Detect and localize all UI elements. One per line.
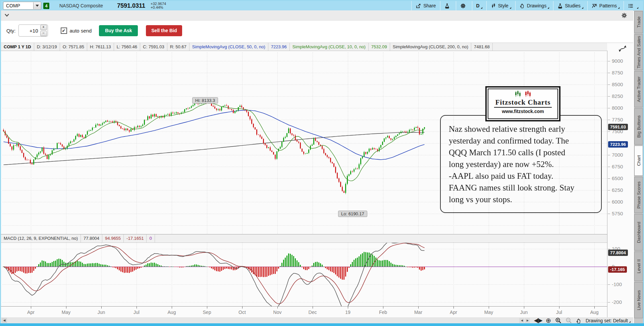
watchlist-link-badge[interactable]: 4 [43, 3, 49, 9]
drawings-button[interactable]: Drawings [515, 1, 553, 10]
time-axis-tick [418, 307, 419, 309]
window-border-bottom [0, 323, 644, 326]
price-axis-tick [608, 108, 610, 108]
time-axis[interactable]: AprMayJunJulAugSepOctNovDec19FebMarAprMa… [1, 306, 607, 318]
crosshair-icon[interactable]: ⊕ [546, 317, 551, 324]
qty-decrement-button[interactable]: − [40, 31, 47, 36]
time-axis-label: May [479, 310, 499, 315]
fitzstock-logo-box: Fitzstock Charts www.fitzstock.com [485, 86, 560, 121]
trading-platform-window: COMP 4 NASDAQ Composite 7591.0311 +32.96… [0, 0, 644, 326]
sma10-study-label[interactable]: SimpleMovingAvg (CLOSE, 10, 0, no) [290, 43, 369, 51]
pan-icon[interactable]: ◀∥▶ [534, 317, 542, 324]
scrollbar-left-arrow[interactable]: ◀ [2, 318, 7, 323]
drawing-set-selector[interactable]: Drawing set: Default [586, 318, 631, 323]
time-axis-label: Oct [232, 310, 252, 315]
macd-study-label[interactable]: MACD (12, 26, 9, EXPONENTIAL, no) [1, 234, 81, 242]
price-axis-label: 8500 [612, 82, 623, 87]
share-button[interactable]: Share [411, 1, 440, 10]
symbol-combobox[interactable]: COMP [3, 2, 41, 10]
sidebar-tab-times-and-sales[interactable]: Times And Sales [634, 34, 643, 70]
scroll-forward-button[interactable]: ▶ [525, 318, 530, 323]
time-axis-tick [101, 307, 102, 309]
caret-icon [637, 7, 638, 9]
gear-icon [460, 3, 466, 9]
sma200-study-label[interactable]: SimpleMovingAvg (CLOSE, 200, 0, no) [390, 43, 471, 51]
sell-the-bid-button[interactable]: Sell the Bid [146, 25, 182, 36]
panel-collapse-bar [1, 10, 633, 21]
drawing-set-label: Drawing set: Default [586, 318, 628, 323]
collapse-chevron-button[interactable] [4, 13, 9, 17]
price-axis-label: 6500 [612, 175, 623, 181]
time-axis-label: Mar [408, 310, 428, 315]
price-axis[interactable]: 9000875085008250800077507500700067506500… [607, 51, 633, 324]
sidebar-tab-live-news[interactable]: Live News [634, 282, 643, 318]
time-axis-tick [453, 307, 454, 309]
chart-symbol-timeframe: COMP 1 Y 1D [1, 43, 34, 51]
scroll-back-button[interactable]: ◀ [519, 318, 524, 323]
style-label: Style [498, 3, 508, 8]
analyze-flask-button[interactable] [440, 1, 456, 10]
symbol-description: NASDAQ Composite [59, 3, 103, 8]
time-axis-tick [383, 307, 383, 309]
symbol-value: COMP [3, 3, 33, 8]
price-axis-label: 6000 [612, 199, 623, 205]
symbol-dropdown-button[interactable] [33, 2, 41, 9]
price-axis-tick [608, 96, 610, 97]
caret-icon [582, 7, 583, 9]
zoom-in-icon[interactable] [555, 317, 561, 324]
mini-candles-icon [511, 90, 535, 98]
studies-button[interactable]: Studies [553, 1, 587, 10]
price-axis-tick [608, 167, 610, 167]
price-axis-tick [608, 202, 610, 202]
macd-zero-value: 0 [147, 234, 155, 242]
macd-axis-tick [608, 284, 610, 285]
settings-gear-button[interactable] [456, 1, 472, 10]
sidebar-tab-trade[interactable]: Trade [634, 11, 643, 33]
chart-settings-gear-icon[interactable] [621, 12, 627, 18]
price-axis-tick [608, 131, 610, 132]
price-axis-tick [608, 214, 610, 214]
qty-increment-button[interactable]: + [40, 25, 47, 30]
note-line: -AAPL also paid us FAT today. [449, 170, 601, 182]
buy-the-ask-button[interactable]: Buy the Ask [99, 25, 138, 36]
time-axis-label: Apr [443, 310, 464, 315]
chart-menu-button[interactable] [624, 1, 642, 10]
price-axis-badge: 7591.03 [608, 124, 628, 130]
time-axis-label: May [56, 310, 76, 315]
patterns-button[interactable]: Patterns [587, 1, 624, 10]
sma50-study-label[interactable]: SimpleMovingAvg (CLOSE, 50, 0, no) [190, 43, 268, 51]
price-axis-label: 6750 [612, 164, 623, 169]
caret-icon [509, 7, 511, 9]
quantity-stepper[interactable]: +10 + − [18, 24, 48, 37]
low-annotation-badge: Lo: 6190.17 [338, 211, 367, 217]
sidebar-tab-phase-scores[interactable]: Phase Scores [634, 177, 643, 213]
note-line: Naz showed relative strength early [449, 123, 601, 135]
time-axis-label: Aug [584, 310, 604, 315]
sidebar-tab-chart[interactable]: Chart [634, 146, 643, 176]
timeframe-button[interactable]: D [472, 1, 486, 10]
auto-send-label: auto send [70, 28, 92, 34]
caret-icon [481, 7, 482, 9]
sidebar-tab-active-trader[interactable]: Active Trader [634, 71, 643, 107]
flip-chart-icon[interactable] [618, 44, 628, 53]
sidebar-tab-big-buttons[interactable]: Big Buttons [634, 108, 643, 145]
time-axis-tick [137, 307, 137, 309]
chart-high: H: 7611.13 [87, 43, 114, 51]
zoom-out-icon[interactable] [566, 317, 572, 324]
cursor-hand-icon[interactable] [576, 318, 582, 324]
style-button[interactable]: Style [486, 1, 515, 10]
sidebar-tab-dashboard[interactable]: Dashboard [634, 214, 643, 251]
logo-url: www.fitzstock.com [502, 109, 544, 114]
studies-label: Studies [565, 3, 581, 8]
share-icon [416, 3, 421, 9]
patterns-icon [592, 3, 597, 9]
chart-open: O: 7571.85 [60, 43, 87, 51]
auto-send-checkbox[interactable]: ✔ [61, 28, 67, 34]
time-axis-tick [594, 307, 595, 309]
time-axis-label: Dec [303, 310, 323, 315]
sidebar-tab-level-ii[interactable]: Level II [634, 252, 643, 281]
time-axis-tick [348, 307, 348, 309]
hand-icon [520, 3, 525, 9]
trader-note-box[interactable]: Naz showed relative strength early yeste… [440, 115, 602, 213]
note-line: long yesterday) are now +52%. [449, 158, 601, 170]
